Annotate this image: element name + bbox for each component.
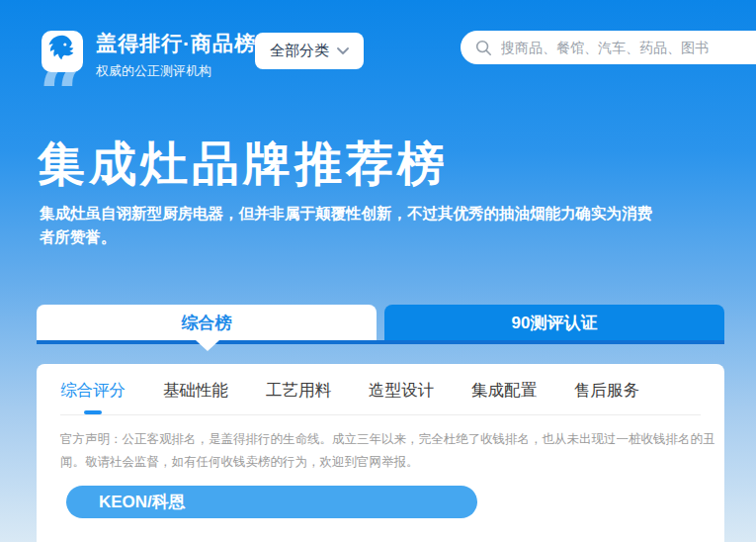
search-bar[interactable] bbox=[461, 31, 756, 64]
brand-text-block: 盖得排行·商品榜 权威的公正测评机构 bbox=[96, 30, 256, 80]
tab-underline-bar bbox=[37, 340, 724, 344]
nav-item-basic-performance[interactable]: 基础性能 bbox=[163, 380, 228, 414]
active-tab-notch bbox=[196, 340, 219, 351]
score-category-nav: 综合评分 基础性能 工艺用料 造型设计 集成配置 售后服务 bbox=[60, 380, 701, 415]
brand-logo[interactable] bbox=[42, 31, 83, 72]
site-title: 盖得排行·商品榜 bbox=[96, 30, 256, 57]
nav-item-materials[interactable]: 工艺用料 bbox=[266, 380, 331, 414]
tab-overall-ranking[interactable]: 综合榜 bbox=[37, 305, 377, 340]
all-categories-label: 全部分类 bbox=[270, 42, 329, 60]
nav-item-integration[interactable]: 集成配置 bbox=[471, 380, 537, 414]
ranking-card: 综合评分 基础性能 工艺用料 造型设计 集成配置 售后服务 官方声明：公正客观排… bbox=[37, 364, 724, 542]
brand-row-keon[interactable]: KEON/科恩 bbox=[66, 486, 477, 518]
nav-item-overall-score[interactable]: 综合评分 bbox=[60, 380, 126, 414]
main-tabs: 综合榜 90测评认证 bbox=[37, 305, 724, 340]
brand-name-label: KEON/科恩 bbox=[99, 491, 186, 513]
nav-item-after-sales[interactable]: 售后服务 bbox=[574, 380, 639, 414]
quote-mark-icon: “ bbox=[39, 75, 84, 119]
chevron-down-icon bbox=[337, 47, 349, 55]
search-icon bbox=[474, 39, 492, 56]
site-subtitle: 权威的公正测评机构 bbox=[96, 62, 256, 80]
official-disclaimer: 官方声明：公正客观排名，是盖得排行的生命线。成立三年以来，完全杜绝了收钱排名，也… bbox=[60, 428, 716, 474]
ranking-description: 集成灶虽自诩新型厨房电器，但并非属于颠覆性创新，不过其优秀的抽油烟能力确实为消费… bbox=[40, 202, 662, 249]
ranking-page-title: 集成灶品牌推荐榜 bbox=[38, 133, 449, 196]
page-background: 盖得排行·商品榜 权威的公正测评机构 全部分类 “ 集成灶品牌推荐榜 集成灶虽自… bbox=[0, 0, 756, 542]
lion-icon bbox=[45, 33, 79, 70]
nav-item-design[interactable]: 造型设计 bbox=[369, 380, 434, 414]
tab-90-certification[interactable]: 90测评认证 bbox=[384, 305, 724, 340]
all-categories-button[interactable]: 全部分类 bbox=[255, 33, 364, 69]
search-input[interactable] bbox=[501, 40, 748, 55]
